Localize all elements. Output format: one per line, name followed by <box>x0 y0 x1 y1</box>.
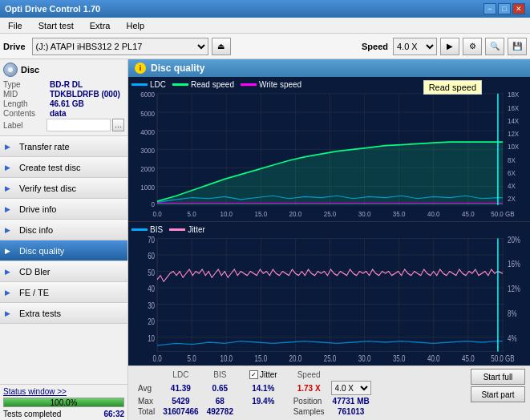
svg-text:50.0 GB: 50.0 GB <box>491 209 515 218</box>
scan-button[interactable]: 🔍 <box>485 38 504 55</box>
minimize-button[interactable]: − <box>483 3 496 14</box>
svg-text:30: 30 <box>148 301 155 309</box>
disc-contents-value: data <box>50 109 67 118</box>
svg-text:14X: 14X <box>508 116 519 125</box>
samples-value: 761013 <box>330 407 373 416</box>
action-buttons: Start full Start part <box>471 369 525 402</box>
svg-text:4000: 4000 <box>140 127 155 136</box>
charts-container: LDC Read speed Write speed Read speed <box>128 77 530 365</box>
legend-read-speed-label: Read speed <box>191 80 234 89</box>
disc-mid-label: MID <box>3 90 50 99</box>
eject-button[interactable]: ⏏ <box>212 38 231 55</box>
disc-label-btn[interactable]: … <box>112 119 124 131</box>
disc-icon <box>3 63 18 77</box>
total-label: Total <box>135 407 158 416</box>
nav-fe-te[interactable]: ▶ FE / TE <box>0 282 127 303</box>
nav-disc-quality[interactable]: ▶ Disc quality <box>0 240 127 261</box>
svg-text:40: 40 <box>148 285 155 293</box>
disc-label-input[interactable] <box>47 119 111 131</box>
legend-write-speed: Write speed <box>241 80 301 89</box>
nav-extra-tests[interactable]: ▶ Extra tests <box>0 303 127 324</box>
disc-section-label: Disc <box>21 65 39 75</box>
svg-text:2X: 2X <box>508 195 516 204</box>
nav-cd-bler[interactable]: ▶ CD Bler <box>0 261 127 282</box>
stats-speed-select[interactable]: 4.0 X <box>331 381 371 395</box>
bis-avg: 0.65 <box>204 381 237 395</box>
nav-create-test-disc[interactable]: ▶ Create test disc <box>0 157 127 178</box>
nav-disc-info[interactable]: ▶ Disc info <box>0 220 127 240</box>
verify-disc-icon: ▶ <box>5 184 10 192</box>
legend-bis: BIS <box>131 225 163 234</box>
legend-jitter-label: Jitter <box>188 225 205 234</box>
maximize-button[interactable]: □ <box>498 3 511 14</box>
nav-transfer-rate[interactable]: ▶ Transfer rate <box>0 136 127 157</box>
speed-apply-button[interactable]: ▶ <box>440 38 459 55</box>
svg-text:10.0: 10.0 <box>220 354 233 363</box>
extra-tests-icon: ▶ <box>5 309 10 317</box>
nav-buttons: ▶ Transfer rate ▶ Create test disc ▶ Ver… <box>0 136 127 384</box>
transfer-rate-icon: ▶ <box>5 143 10 151</box>
save-button[interactable]: 💾 <box>508 38 527 55</box>
disc-label-row: Label … <box>3 119 124 131</box>
svg-text:5.0: 5.0 <box>188 209 196 218</box>
samples-label: Samples <box>290 407 328 416</box>
svg-text:10: 10 <box>148 333 155 342</box>
disc-contents-row: Contents data <box>3 109 124 118</box>
svg-text:2000: 2000 <box>140 165 155 174</box>
svg-text:6000: 6000 <box>140 91 155 99</box>
disc-contents-label: Contents <box>3 109 50 118</box>
disc-label-label: Label <box>3 121 47 130</box>
disc-panel-header: Disc <box>3 63 124 77</box>
chart-bottom: BIS Jitter <box>128 222 530 366</box>
svg-text:20.0: 20.0 <box>289 354 302 363</box>
svg-text:12X: 12X <box>508 130 519 139</box>
speed-select[interactable]: 4.0 X 2.0 X 8.0 X <box>393 38 437 55</box>
disc-quality-title: Disc quality <box>151 63 204 74</box>
progress-bar: 100.0% <box>3 398 124 407</box>
disc-quality-icon: ▶ <box>5 247 10 255</box>
bis-header: BIS <box>204 370 237 379</box>
disc-length-value: 46.61 GB <box>50 99 84 108</box>
jitter-checkbox[interactable]: ✓ <box>249 370 258 379</box>
svg-text:4%: 4% <box>508 333 517 342</box>
disc-quality-icon-header: i <box>135 63 146 74</box>
avg-label: Avg <box>135 381 158 395</box>
nav-verify-test-disc[interactable]: ▶ Verify test disc <box>0 178 127 199</box>
disc-type-label: Type <box>3 80 50 89</box>
ldc-avg: 41.39 <box>160 381 202 395</box>
svg-text:8%: 8% <box>508 309 517 318</box>
drive-info-icon: ▶ <box>5 205 10 213</box>
disc-type-value: BD-R DL <box>50 80 83 89</box>
svg-text:0: 0 <box>152 200 156 209</box>
svg-text:35.0: 35.0 <box>393 354 406 363</box>
top-chart-legend: LDC Read speed Write speed <box>131 80 301 89</box>
drive-select[interactable]: (J:) ATAPI iHBS312 2 PL17 <box>32 38 208 55</box>
speed-label: Speed <box>362 42 388 51</box>
start-part-button[interactable]: Start part <box>471 386 525 402</box>
menu-file[interactable]: File <box>3 20 27 31</box>
position-value: 47731 MB <box>330 397 373 406</box>
svg-text:12%: 12% <box>508 285 520 293</box>
title-bar: Opti Drive Control 1.70 − □ ✕ <box>0 0 530 18</box>
svg-text:20: 20 <box>148 317 155 326</box>
bottom-chart-legend: BIS Jitter <box>131 225 205 234</box>
settings-button[interactable]: ⚙ <box>463 38 482 55</box>
close-button[interactable]: ✕ <box>512 3 525 14</box>
menu-start-test[interactable]: Start test <box>34 20 79 31</box>
menu-extra[interactable]: Extra <box>85 20 115 31</box>
disc-panel: Disc Type BD-R DL MID TDKBLDRFB (000) Le… <box>0 59 127 136</box>
svg-text:6X: 6X <box>508 168 516 177</box>
legend-ldc-label: LDC <box>150 80 166 89</box>
nav-drive-info[interactable]: ▶ Drive info <box>0 199 127 220</box>
svg-text:60: 60 <box>148 252 155 260</box>
disc-mid-row: MID TDKBLDRFB (000) <box>3 90 124 99</box>
status-window-link[interactable]: Status window >> <box>3 387 67 396</box>
menu-help[interactable]: Help <box>121 20 149 31</box>
svg-text:40.0: 40.0 <box>427 354 440 363</box>
bottom-chart-svg: 70 60 50 40 30 20 10 20% 16% 12% 8% 4% 0… <box>128 222 530 366</box>
menu-bar: File Start test Extra Help <box>0 18 530 34</box>
svg-text:8X: 8X <box>508 155 516 164</box>
start-full-button[interactable]: Start full <box>471 369 525 385</box>
svg-text:18X: 18X <box>508 91 519 99</box>
svg-text:0.0: 0.0 <box>153 354 162 363</box>
